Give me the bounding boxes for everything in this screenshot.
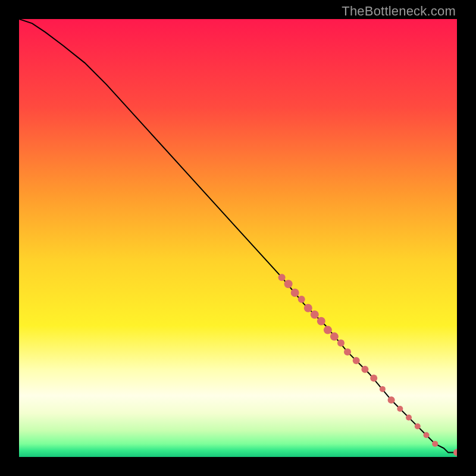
data-marker xyxy=(424,432,430,438)
data-marker xyxy=(397,406,403,412)
data-marker xyxy=(311,311,319,319)
data-marker xyxy=(298,296,305,303)
data-marker xyxy=(388,396,395,403)
data-marker xyxy=(344,348,351,355)
chart-svg xyxy=(19,19,457,457)
data-marker xyxy=(337,340,345,347)
data-marker xyxy=(370,375,377,382)
gradient-bg xyxy=(19,19,457,457)
data-marker xyxy=(415,424,421,430)
attribution-text: TheBottleneck.com xyxy=(342,4,456,19)
data-marker xyxy=(284,280,293,288)
data-marker xyxy=(353,357,360,364)
plot-area xyxy=(19,19,457,457)
data-marker xyxy=(278,274,286,281)
data-marker xyxy=(304,304,312,312)
data-marker xyxy=(432,441,438,447)
data-marker xyxy=(406,415,412,421)
data-marker xyxy=(291,289,299,297)
data-marker xyxy=(330,333,339,341)
data-marker xyxy=(317,317,325,325)
data-marker xyxy=(324,326,332,334)
chart-stage: TheBottleneck.com xyxy=(0,0,476,476)
data-marker xyxy=(380,386,386,392)
data-marker xyxy=(361,366,368,373)
